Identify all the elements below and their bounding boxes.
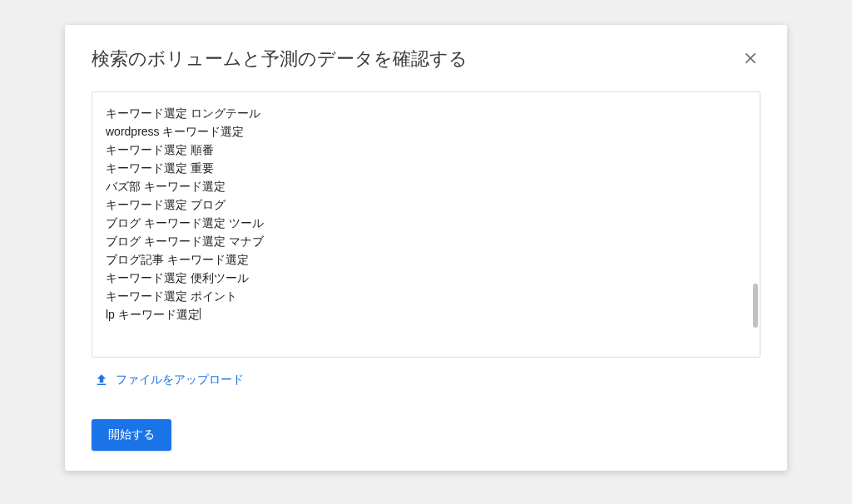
- modal-footer: 開始する: [92, 403, 760, 451]
- upload-icon: [94, 373, 109, 388]
- close-button[interactable]: [741, 48, 760, 68]
- start-button[interactable]: 開始する: [92, 419, 171, 451]
- close-icon: [743, 51, 758, 66]
- modal-dialog: 検索のボリュームと予測のデータを確認する キーワード選定 ロングテール word…: [65, 25, 787, 471]
- upload-file-label: ファイルをアップロード: [116, 373, 244, 388]
- modal-title: 検索のボリュームと予測のデータを確認する: [92, 48, 468, 70]
- keyword-input-area[interactable]: キーワード選定 ロングテール wordpress キーワード選定 キーワード選定…: [92, 91, 760, 358]
- keyword-text: キーワード選定 ロングテール wordpress キーワード選定 キーワード選定…: [106, 104, 746, 324]
- upload-file-link[interactable]: ファイルをアップロード: [94, 373, 760, 388]
- modal-header: 検索のボリュームと予測のデータを確認する: [92, 48, 760, 70]
- text-caret: [200, 308, 201, 319]
- scrollbar-thumb[interactable]: [753, 284, 758, 328]
